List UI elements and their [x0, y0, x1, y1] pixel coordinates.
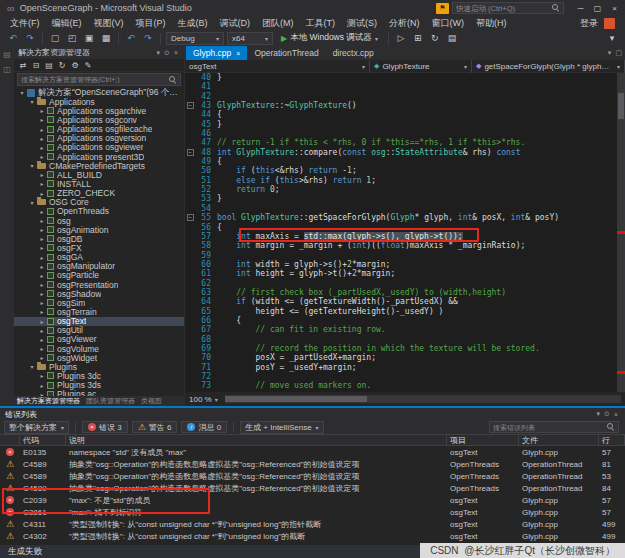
code-line[interactable]: 65 height <= (getTextureHeight()-_usedY)… [185, 307, 617, 316]
code-line[interactable]: 45} [185, 120, 617, 129]
sync-with-active-document-icon[interactable]: ⇄ [17, 59, 29, 72]
menu-item[interactable]: 文件(F) [4, 17, 46, 30]
error-search-input[interactable] [493, 424, 607, 431]
code-line[interactable]: 40} [185, 73, 617, 82]
navigate-forward-icon[interactable]: ↷ [23, 32, 37, 45]
code-line[interactable]: −43GlyphTexture::~GlyphTexture() [185, 101, 617, 110]
menu-item[interactable]: 调试(D) [214, 17, 257, 30]
fold-collapse-icon[interactable]: − [187, 214, 194, 221]
error-row[interactable]: ×E0135namespace "std" 没有成员 "max"osgTextG… [0, 446, 625, 458]
menu-item[interactable]: 测试(S) [341, 17, 383, 30]
tree-expand-icon[interactable]: ▸ [38, 263, 46, 270]
editor-vertical-scrollbar[interactable] [617, 73, 625, 392]
menu-item[interactable]: 窗口(W) [426, 17, 471, 30]
tree-item[interactable]: ▸Plugins 3ds [14, 381, 184, 390]
error-search-box[interactable] [489, 421, 619, 433]
show-all-files-icon[interactable]: ▤ [43, 59, 55, 72]
error-row[interactable]: ⚠C4589抽象类"osg::Operation"的构造函数忽略虚拟基类"osg… [0, 470, 625, 482]
float-window-icon[interactable]: ▢ [613, 49, 624, 57]
solution-search-box[interactable] [17, 73, 181, 86]
code-line[interactable]: −55bool GlyphTexture::getSpaceForGlyph(G… [185, 213, 617, 222]
start-without-debugging-icon[interactable]: ▷ [394, 32, 408, 45]
code-line[interactable]: 47// return -1 if *this < *rhs, 0 if *th… [185, 138, 617, 147]
configuration-dropdown[interactable]: Debug ▾ [166, 32, 224, 45]
tree-item[interactable]: ▸osgTerrain [14, 307, 184, 316]
tree-expand-icon[interactable]: ▸ [38, 135, 46, 142]
column-header[interactable]: 代码 [20, 435, 66, 445]
platform-dropdown[interactable]: x64 ▾ [227, 32, 273, 45]
scrollbar-thumb[interactable] [618, 93, 624, 119]
tree-expand-icon[interactable]: ▸ [38, 299, 46, 306]
code-line[interactable]: 44{ [185, 110, 617, 119]
toolbox-icon[interactable]: ◫ [3, 65, 11, 74]
minimize-button[interactable]: ─ [572, 1, 589, 15]
code-line[interactable]: 63 // first check box (_partUsedX,_usedY… [185, 288, 617, 297]
tab-OperationThread[interactable]: OperationThread [247, 46, 325, 60]
toolbar-overflow-icon[interactable]: ▾ [605, 32, 619, 45]
type-dropdown[interactable]: ◈ GlyphTexture ▾ [370, 60, 472, 73]
scrollbar-thumb[interactable] [225, 396, 368, 402]
column-header[interactable]: 文件 [519, 435, 599, 445]
tree-expand-icon[interactable]: ▾ [28, 363, 36, 370]
tree-expand-icon[interactable]: ▸ [38, 336, 46, 343]
tree-expand-icon[interactable]: ▸ [38, 281, 46, 288]
start-debugging-button[interactable]: ▶ 本地 Windows 调试器 ▾ [276, 32, 383, 45]
tree-expand-icon[interactable]: ▸ [38, 235, 46, 242]
tree-expand-icon[interactable]: ▸ [38, 107, 46, 114]
preview-selected-icon[interactable]: ✎ [82, 59, 94, 72]
tree-expand-icon[interactable]: ▸ [38, 244, 46, 251]
code-line[interactable]: 71 posY = _usedY+margin; [185, 363, 617, 372]
panel-tab[interactable]: 类视图 [141, 396, 162, 406]
errors-filter-button[interactable]: × 错误 3 [82, 421, 128, 433]
tab-close-icon[interactable]: × [236, 50, 240, 57]
tree-item[interactable]: ▸ALL_BUILD [14, 170, 184, 179]
close-panel-icon[interactable]: × [172, 49, 180, 56]
solution-explorer-header[interactable]: 解决方案资源管理器 ▾ ⊙ × [14, 46, 184, 59]
tree-item[interactable]: ▸osgFX [14, 243, 184, 252]
code-line[interactable]: 50 if (this<&rhs) return -1; [185, 166, 617, 175]
fold-collapse-icon[interactable]: − [187, 102, 194, 109]
window-position-icon[interactable]: ▾ [155, 49, 163, 57]
code-line[interactable]: −48int GlyphTexture::compare(const osg::… [185, 148, 617, 157]
column-header[interactable]: 项目 [447, 435, 519, 445]
tree-expand-icon[interactable]: ▾ [28, 199, 36, 206]
tree-expand-icon[interactable]: ▸ [38, 153, 46, 160]
tree-expand-icon[interactable]: ▸ [38, 345, 46, 352]
tree-expand-icon[interactable]: ▸ [38, 308, 46, 315]
code-line[interactable]: 46 [185, 129, 617, 138]
menu-item[interactable]: 生成(B) [172, 17, 214, 30]
navigate-back-icon[interactable]: ↶ [6, 32, 20, 45]
tree-expand-icon[interactable]: ▸ [38, 171, 46, 178]
column-header[interactable]: 行 [599, 435, 625, 445]
code-line[interactable]: 70 posX = _partUsedX+margin; [185, 353, 617, 362]
tree-expand-icon[interactable]: ▾ [28, 162, 36, 169]
tree-expand-icon[interactable]: ▸ [38, 290, 46, 297]
code-line[interactable]: 69 // record the position in which the t… [185, 344, 617, 353]
code-line[interactable]: 68 [185, 335, 617, 344]
error-row[interactable]: ⚠C4302"类型强制转换": 从"const unsigned char *"… [0, 530, 625, 542]
code-line[interactable]: 64 if (width <= (getTextureWidth()-_part… [185, 297, 617, 306]
avatar[interactable] [604, 18, 615, 29]
code-line[interactable]: 66 { [185, 316, 617, 325]
tree-item[interactable]: ▸osgUtil [14, 326, 184, 335]
scope-filter-dropdown[interactable]: 整个解决方案 ▾ [4, 421, 69, 434]
tree-item[interactable]: ▸osgAnimation [14, 225, 184, 234]
code-line[interactable]: 61 int height = glyph->t()+2*margin; [185, 269, 617, 278]
tab-directx.cpp[interactable]: directx.cpp [326, 46, 381, 60]
outline-icon[interactable]: ▤ [445, 32, 459, 45]
panel-tab[interactable]: 团队资源管理器 [86, 396, 135, 406]
tree-expand-icon[interactable]: ▸ [38, 272, 46, 279]
tree-expand-icon[interactable]: ▸ [38, 327, 46, 334]
tree-expand-icon[interactable]: ▸ [38, 382, 46, 389]
fold-collapse-icon[interactable]: − [187, 149, 194, 156]
member-dropdown[interactable]: ◆ getSpaceForGlyph(Glyph * glyph, int & … [472, 60, 625, 73]
open-file-icon[interactable]: ◰ [65, 32, 79, 45]
tree-item[interactable]: ▸osgDB [14, 234, 184, 243]
menu-item[interactable]: 分析(N) [383, 17, 426, 30]
menu-item[interactable]: 帮助(H) [470, 17, 513, 30]
tree-item[interactable]: ▸osgShadow [14, 289, 184, 298]
error-list-header[interactable]: 错误列表 ▾ ⊙ × [0, 408, 625, 420]
window-position-icon[interactable]: ▾ [595, 410, 603, 418]
quick-launch-box[interactable] [452, 2, 564, 14]
attach-process-icon[interactable]: ⊞ [411, 32, 425, 45]
